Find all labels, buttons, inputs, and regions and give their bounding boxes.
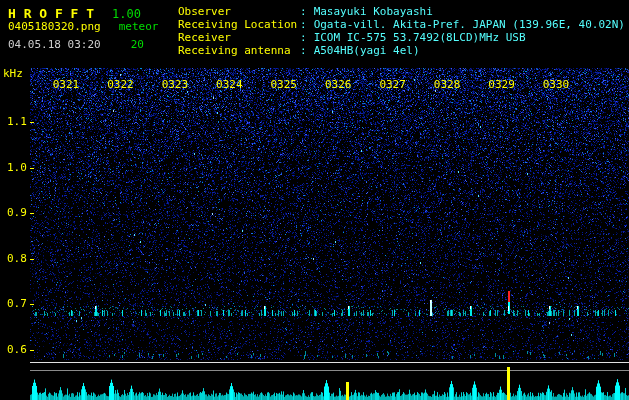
info-row-observer: Observer:Masayuki Kobayashi	[178, 5, 625, 18]
app-version: 1.00	[112, 7, 141, 21]
time-label: 0330	[543, 78, 570, 91]
time-label: 0323	[162, 78, 189, 91]
info-label: Observer	[178, 5, 300, 18]
info-value: Ogata-vill. Akita-Pref. JAPAN (139.96E, …	[314, 18, 625, 31]
freq-label: 0.8	[7, 252, 27, 265]
info-separator: :	[300, 18, 307, 31]
info-label: Receiving Location	[178, 18, 300, 31]
info-separator: :	[300, 31, 307, 44]
time-label: 0329	[488, 78, 515, 91]
freq-label: 0.9	[7, 206, 27, 219]
header: H R O F F T1.00 0405180320.pngmeteor 04.…	[0, 0, 629, 66]
time-label: 0322	[107, 78, 134, 91]
info-label: Receiving antenna	[178, 44, 300, 57]
time-label: 0328	[434, 78, 461, 91]
info-label: Receiver	[178, 31, 300, 44]
info-value: Masayuki Kobayashi	[314, 5, 433, 18]
time-label: 0327	[379, 78, 406, 91]
station-info: Observer:Masayuki Kobayashi Receiving Lo…	[178, 5, 625, 57]
time-label: 0321	[53, 78, 80, 91]
echo-count: 20	[131, 38, 144, 51]
freq-label: 1.1	[7, 115, 27, 128]
info-row-location: Receiving Location:Ogata-vill. Akita-Pre…	[178, 18, 625, 31]
info-separator: :	[300, 44, 307, 57]
freq-label: 0.6	[7, 343, 27, 356]
time-label: 0326	[325, 78, 352, 91]
info-value: A504HB(yagi 4el)	[314, 44, 420, 57]
info-row-receiver: Receiver:ICOM IC-575 53.7492(8LCD)MHz US…	[178, 31, 625, 44]
time-label: 0324	[216, 78, 243, 91]
freq-label: 1.0	[7, 161, 27, 174]
time-label: 0325	[271, 78, 298, 91]
info-separator: :	[300, 5, 307, 18]
freq-label: 0.7	[7, 297, 27, 310]
mode-label: meteor	[119, 20, 159, 33]
info-value: ICOM IC-575 53.7492(8LCD)MHz USB	[314, 31, 526, 44]
file-row: 0405180320.pngmeteor	[8, 20, 158, 33]
info-row-antenna: Receiving antenna:A504HB(yagi 4el)	[178, 44, 625, 57]
hrofft-screen: H R O F F T1.00 0405180320.pngmeteor 04.…	[0, 0, 629, 400]
time-axis-labels: 0321032203230324032503260327032803290330	[0, 78, 629, 90]
freq-axis-labels: 1.11.00.90.80.70.6	[0, 0, 30, 400]
